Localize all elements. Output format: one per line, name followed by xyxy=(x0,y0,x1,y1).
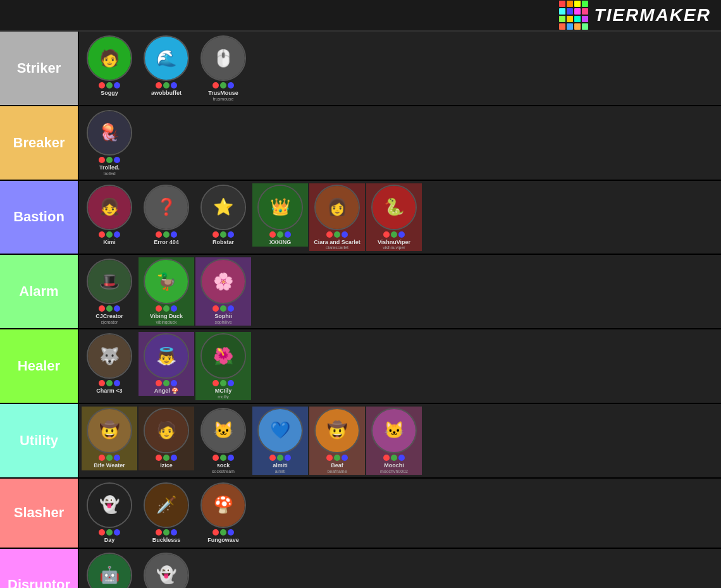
add-dot[interactable] xyxy=(163,380,169,386)
add-dot[interactable] xyxy=(106,455,113,461)
remove-dot[interactable] xyxy=(156,529,162,536)
player-card[interactable]: 🌺MCIilymciliy xyxy=(195,332,251,400)
add-dot[interactable] xyxy=(220,380,226,386)
player-card[interactable]: 🖱️TrusMousetrusmouse xyxy=(195,34,251,102)
add-dot[interactable] xyxy=(163,455,169,461)
info-dot[interactable] xyxy=(171,82,177,89)
info-dot[interactable] xyxy=(114,231,120,238)
info-dot[interactable] xyxy=(398,455,405,461)
add-dot[interactable] xyxy=(163,82,169,89)
add-dot[interactable] xyxy=(106,231,113,238)
player-card[interactable]: 🤠Bife Weater xyxy=(82,407,137,470)
remove-dot[interactable] xyxy=(326,231,333,238)
player-card[interactable]: 🌸Sophiisophilive xyxy=(195,257,251,326)
info-dot[interactable] xyxy=(398,231,405,238)
info-dot[interactable] xyxy=(171,305,177,312)
player-card[interactable]: 🐍VishnuVipervishnuviper xyxy=(366,183,422,252)
info-dot[interactable] xyxy=(228,455,234,461)
add-dot[interactable] xyxy=(163,529,169,536)
player-card[interactable]: 🐺Charm <3 xyxy=(82,332,137,396)
remove-dot[interactable] xyxy=(269,231,276,238)
remove-dot[interactable] xyxy=(213,305,219,312)
player-card[interactable]: 🦆Vibing Duckvibingduck xyxy=(139,257,194,326)
info-dot[interactable] xyxy=(114,380,120,386)
info-dot[interactable] xyxy=(342,455,348,461)
remove-dot[interactable] xyxy=(99,529,105,536)
info-dot[interactable] xyxy=(285,455,291,461)
info-dot[interactable] xyxy=(228,529,234,536)
remove-dot[interactable] xyxy=(99,455,105,461)
remove-dot[interactable] xyxy=(99,82,105,89)
info-dot[interactable] xyxy=(114,455,120,461)
add-dot[interactable] xyxy=(391,231,397,238)
add-dot[interactable] xyxy=(106,380,113,386)
player-card[interactable]: 🧑Soggy xyxy=(82,34,137,98)
add-dot[interactable] xyxy=(220,529,226,536)
player-card[interactable]: 🤖Hexiphshift1c xyxy=(82,551,137,588)
add-dot[interactable] xyxy=(277,231,283,238)
player-card[interactable]: ⭐Robstar xyxy=(195,183,251,247)
info-dot[interactable] xyxy=(114,82,120,89)
remove-dot[interactable] xyxy=(156,82,162,89)
remove-dot[interactable] xyxy=(156,380,162,386)
player-card[interactable]: 🍄Fungowave xyxy=(195,481,251,545)
add-dot[interactable] xyxy=(106,529,113,536)
remove-dot[interactable] xyxy=(99,305,105,312)
add-dot[interactable] xyxy=(106,305,113,312)
add-dot[interactable] xyxy=(163,231,169,238)
remove-dot[interactable] xyxy=(269,455,276,461)
info-dot[interactable] xyxy=(228,380,234,386)
remove-dot[interactable] xyxy=(213,529,219,536)
add-dot[interactable] xyxy=(277,455,283,461)
remove-dot[interactable] xyxy=(156,231,162,238)
remove-dot[interactable] xyxy=(99,157,105,163)
info-dot[interactable] xyxy=(228,82,234,89)
remove-dot[interactable] xyxy=(383,231,390,238)
player-card[interactable]: 👧Kimi xyxy=(82,183,137,247)
remove-dot[interactable] xyxy=(213,380,219,386)
info-dot[interactable] xyxy=(114,157,120,163)
player-card[interactable]: 🎩CJCreatorcjcreator xyxy=(82,257,137,326)
add-dot[interactable] xyxy=(163,305,169,312)
player-card[interactable]: 👑XXKING xyxy=(252,183,308,247)
add-dot[interactable] xyxy=(220,231,226,238)
player-card[interactable]: 💙almitialmiti xyxy=(252,407,308,475)
info-dot[interactable] xyxy=(228,231,234,238)
player-card[interactable]: 👻Slockmen xyxy=(139,551,194,588)
remove-dot[interactable] xyxy=(156,305,162,312)
remove-dot[interactable] xyxy=(326,455,333,461)
add-dot[interactable] xyxy=(334,455,340,461)
add-dot[interactable] xyxy=(220,305,226,312)
player-card[interactable]: 🐱Moochimoochvh0002 xyxy=(366,407,422,475)
add-dot[interactable] xyxy=(334,231,340,238)
player-card[interactable]: 👻Day xyxy=(82,481,137,545)
player-card[interactable]: ❓Error 404 xyxy=(139,183,194,247)
add-dot[interactable] xyxy=(106,157,113,163)
info-dot[interactable] xyxy=(114,529,120,536)
info-dot[interactable] xyxy=(171,380,177,386)
info-dot[interactable] xyxy=(342,231,348,238)
player-card[interactable]: 🌊awobbuffet xyxy=(139,34,194,98)
remove-dot[interactable] xyxy=(213,455,219,461)
add-dot[interactable] xyxy=(391,455,397,461)
player-card[interactable]: 🧑Izice xyxy=(139,407,194,470)
remove-dot[interactable] xyxy=(213,82,219,89)
player-card[interactable]: 🗡️Bucklesss xyxy=(139,481,194,545)
info-dot[interactable] xyxy=(171,231,177,238)
info-dot[interactable] xyxy=(285,231,291,238)
player-card[interactable]: 🤠Beafbeafname xyxy=(309,407,365,475)
info-dot[interactable] xyxy=(171,455,177,461)
remove-dot[interactable] xyxy=(156,455,162,461)
remove-dot[interactable] xyxy=(383,455,390,461)
remove-dot[interactable] xyxy=(99,380,105,386)
info-dot[interactable] xyxy=(171,529,177,536)
add-dot[interactable] xyxy=(220,82,226,89)
remove-dot[interactable] xyxy=(99,231,105,238)
info-dot[interactable] xyxy=(228,305,234,312)
player-card[interactable]: 🐱socksockstream xyxy=(195,407,251,475)
add-dot[interactable] xyxy=(106,82,113,89)
player-card[interactable]: 👩Ciara and Scarletciarascarlet xyxy=(309,183,365,252)
add-dot[interactable] xyxy=(220,455,226,461)
info-dot[interactable] xyxy=(114,305,120,312)
remove-dot[interactable] xyxy=(213,231,219,238)
